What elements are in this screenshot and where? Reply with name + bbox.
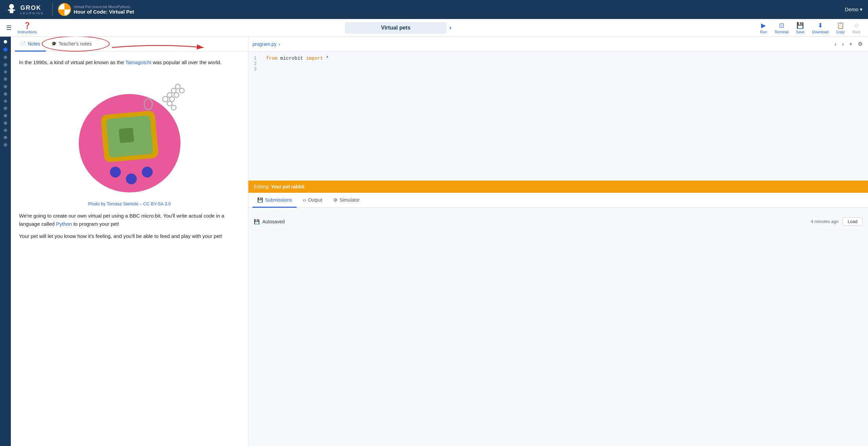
svg-point-17 [174, 93, 179, 97]
instructions-button[interactable]: ❓ Instructions [15, 20, 39, 35]
svg-point-9 [110, 167, 121, 178]
tab-teachers-notes[interactable]: 🎓 Teacher's notes [46, 37, 97, 52]
step-3[interactable] [4, 56, 7, 59]
tab-simulator[interactable]: ⚙ Simulator [328, 193, 364, 208]
settings-button[interactable]: ⚙ [856, 39, 864, 49]
nav-back-button[interactable]: ‹ [833, 39, 838, 49]
step-14[interactable] [4, 136, 7, 139]
run-button[interactable]: ▶ Run [757, 20, 770, 35]
run-label: Run [760, 30, 767, 34]
step-10[interactable] [4, 107, 7, 110]
tamagotchi-link[interactable]: Tamagotchi [125, 59, 151, 65]
course-badge: Virtual Pet (micro:bit MicroPython) Hour… [52, 3, 134, 16]
save-label: Save [796, 30, 805, 34]
svg-rect-3 [13, 10, 15, 11]
logo-learning: LEARNING [20, 12, 44, 15]
run-icon: ▶ [761, 22, 766, 29]
step-11[interactable] [4, 114, 7, 117]
add-file-button[interactable]: + [848, 39, 854, 49]
terminal-icon: ⊡ [779, 22, 784, 29]
body-paragraph-2: Your pet will let you know how it's feel… [19, 232, 240, 240]
code-header: program.py › ‹ › + ⚙ [248, 37, 868, 52]
badge-circle [58, 3, 71, 16]
course-subtitle: Virtual Pet (micro:bit MicroPython) [74, 5, 134, 9]
editing-prefix: Editing: [254, 184, 270, 189]
simulator-icon: ⚙ [333, 197, 338, 203]
python-link[interactable]: Python [56, 221, 72, 227]
terminal-button[interactable]: ⊡ Terminal [771, 20, 792, 35]
svg-point-16 [180, 88, 184, 93]
time-ago: 4 minutes ago [811, 219, 838, 224]
teachers-notes-tab-wrapper: 🎓 Teacher's notes [46, 37, 97, 51]
instructions-content: In the 1990s, a kind of virtual pet know… [11, 52, 248, 446]
step-7[interactable] [4, 85, 7, 88]
tab-submissions[interactable]: 💾 Submissions [252, 193, 297, 208]
demo-button[interactable]: Demo ▾ [845, 6, 863, 13]
svg-point-12 [163, 96, 168, 102]
svg-point-14 [171, 88, 176, 93]
nav-forward-button[interactable]: › [841, 39, 845, 49]
svg-point-11 [142, 167, 153, 178]
step-15[interactable] [4, 143, 7, 147]
instructions-panel: 📄 Notes 🎓 Teacher's notes [11, 37, 248, 446]
tab-output[interactable]: ‹› Output [298, 193, 327, 208]
save-button[interactable]: 💾 Save [793, 20, 808, 35]
step-13-diamond[interactable] [3, 128, 7, 132]
step-6[interactable] [4, 77, 7, 81]
help-icon: ❓ [23, 22, 31, 29]
step-2[interactable] [3, 48, 7, 52]
notes-icon: 📄 [20, 41, 26, 46]
step-4[interactable] [4, 63, 7, 67]
mark-icon: ☆ [854, 22, 859, 29]
download-button[interactable]: ⬇ Download [809, 20, 832, 35]
output-icon: ‹› [303, 197, 306, 203]
toolbar-right: ▶ Run ⊡ Terminal 💾 Save ⬇ Download 📋 Cop… [757, 20, 864, 35]
lesson-selector[interactable]: Virtual pets [345, 22, 447, 34]
tamagotchi-image [65, 72, 194, 198]
instructions-label: Instructions [18, 30, 37, 34]
submissions-icon: 💾 [257, 197, 263, 203]
next-lesson-button[interactable]: › [449, 24, 451, 31]
file-tab[interactable]: program.py › [252, 41, 280, 47]
step-12[interactable] [4, 122, 7, 125]
submission-meta: 4 minutes ago Load [811, 217, 863, 226]
svg-point-0 [9, 4, 14, 9]
submissions-label: Submissions [265, 197, 292, 203]
download-label: Download [812, 30, 829, 34]
autosave-label: 💾 Autosaved [254, 219, 285, 224]
autosaved-text: Autosaved [262, 219, 285, 224]
import-star: * [326, 56, 328, 61]
photo-credit: Photo by Tomasz Sienicki – CC BY-SA 3.0 [19, 201, 240, 206]
code-line-2: 2 [254, 61, 863, 67]
course-info: Virtual Pet (micro:bit MicroPython) Hour… [74, 5, 134, 15]
top-nav-right: Demo ▾ [845, 6, 863, 13]
load-button[interactable]: Load [843, 217, 863, 226]
grok-logo-icon [5, 3, 18, 16]
download-icon: ⬇ [818, 22, 823, 29]
top-navigation: GROK LEARNING Virtual Pet (micro:bit Mic… [0, 0, 868, 19]
submission-row: 💾 Autosaved 4 minutes ago Load [254, 213, 863, 230]
toolbar: ☰ ❓ Instructions Virtual pets › ▶ Run ⊡ … [0, 19, 868, 37]
step-8[interactable] [4, 92, 7, 96]
copy-button[interactable]: 📋 Copy [833, 20, 848, 35]
keyword-import: import [306, 56, 323, 61]
mark-button[interactable]: ☆ Mark [849, 20, 864, 35]
module-name: microbit [280, 56, 306, 61]
toolbar-center: Virtual pets › [41, 22, 755, 34]
intro-paragraph: In the 1990s, a kind of virtual pet know… [19, 58, 240, 67]
svg-point-20 [171, 105, 176, 110]
line-number-2: 2 [254, 61, 261, 67]
code-editor[interactable]: 1 from microbit import * 2 3 [248, 52, 868, 181]
menu-icon-button[interactable]: ☰ [4, 22, 14, 34]
simulator-label: Simulator [340, 197, 360, 203]
terminal-label: Terminal [774, 30, 789, 34]
code-line-3: 3 [254, 67, 863, 72]
editing-name: Your pet rabbit [271, 184, 305, 189]
step-5-diamond[interactable] [3, 70, 7, 74]
step-1[interactable] [4, 40, 7, 43]
tab-notes[interactable]: 📄 Notes [15, 37, 46, 52]
tamagotchi-image-wrapper [19, 72, 240, 199]
svg-point-19 [167, 101, 172, 106]
step-9-diamond[interactable] [3, 99, 7, 103]
notes-label: Notes [28, 41, 40, 47]
